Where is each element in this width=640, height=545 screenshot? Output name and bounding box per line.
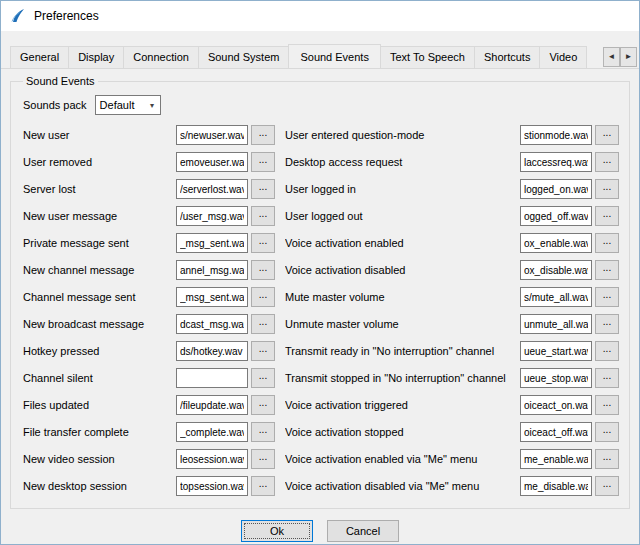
sound-file-input[interactable] — [520, 341, 592, 361]
app-icon — [10, 8, 26, 24]
browse-button[interactable]: ... — [595, 125, 619, 145]
sound-event-label: Voice activation disabled via "Me" menu — [285, 480, 520, 492]
sound-events-left-column: New user ... User removed ... Server los… — [23, 125, 275, 496]
sound-file-input[interactable] — [176, 314, 248, 334]
sound-file-input[interactable] — [176, 395, 248, 415]
sound-events-columns: New user ... User removed ... Server los… — [23, 125, 619, 496]
browse-button[interactable]: ... — [595, 287, 619, 307]
sound-file-input[interactable] — [176, 341, 248, 361]
browse-button[interactable]: ... — [595, 260, 619, 280]
sound-file-input[interactable] — [176, 422, 248, 442]
sound-file-input[interactable] — [176, 449, 248, 469]
browse-button[interactable]: ... — [595, 476, 619, 496]
browse-button[interactable]: ... — [251, 125, 275, 145]
row-new-channel-message: New channel message ... — [23, 260, 275, 280]
tab-video[interactable]: Video — [539, 46, 587, 68]
row-file-transfer-complete: File transfer complete ... — [23, 422, 275, 442]
tab-scroll-left-button[interactable]: ◄ — [603, 47, 620, 67]
sound-file-input[interactable] — [520, 152, 592, 172]
browse-button[interactable]: ... — [251, 368, 275, 388]
sound-file-input[interactable] — [520, 476, 592, 496]
sound-file-input[interactable] — [520, 206, 592, 226]
browse-button[interactable]: ... — [251, 341, 275, 361]
browse-button[interactable]: ... — [595, 233, 619, 253]
sound-file-input[interactable] — [520, 179, 592, 199]
sound-file-input[interactable] — [520, 395, 592, 415]
sound-file-input[interactable] — [176, 260, 248, 280]
row-channel-message-sent: Channel message sent ... — [23, 287, 275, 307]
browse-button[interactable]: ... — [251, 206, 275, 226]
sound-file-input[interactable] — [176, 476, 248, 496]
browse-button[interactable]: ... — [251, 314, 275, 334]
browse-button[interactable]: ... — [251, 476, 275, 496]
sound-event-label: Server lost — [23, 183, 176, 195]
row-server-lost: Server lost ... — [23, 179, 275, 199]
browse-button[interactable]: ... — [251, 179, 275, 199]
sound-event-label: Mute master volume — [285, 291, 520, 303]
browse-button[interactable]: ... — [595, 422, 619, 442]
row-desktop-access-request: Desktop access request ... — [285, 152, 619, 172]
row-new-broadcast-message: New broadcast message ... — [23, 314, 275, 334]
sound-file-input[interactable] — [520, 314, 592, 334]
sound-file-input[interactable] — [520, 260, 592, 280]
preferences-window: Preferences General Display Connection S… — [0, 0, 640, 545]
sound-file-input[interactable] — [176, 287, 248, 307]
sounds-pack-select[interactable]: Default ▾ — [95, 95, 161, 115]
sound-file-input[interactable] — [520, 287, 592, 307]
sound-event-label: Transmit ready in "No interruption" chan… — [285, 345, 520, 357]
sound-file-input[interactable] — [176, 233, 248, 253]
tab-scroll-right-button[interactable]: ► — [620, 47, 637, 67]
sound-events-right-column: User entered question-mode ... Desktop a… — [285, 125, 619, 496]
sound-file-input[interactable] — [176, 179, 248, 199]
tab-general[interactable]: General — [10, 46, 69, 68]
row-voice-activation-stopped: Voice activation stopped ... — [285, 422, 619, 442]
sound-file-input[interactable] — [176, 152, 248, 172]
tab-text-to-speech[interactable]: Text To Speech — [380, 46, 475, 68]
browse-button[interactable]: ... — [595, 179, 619, 199]
sound-event-label: User logged in — [285, 183, 520, 195]
sound-event-label: New desktop session — [23, 480, 176, 492]
row-user-logged-out: User logged out ... — [285, 206, 619, 226]
dialog-footer: Ok Cancel — [1, 509, 639, 542]
tab-sound-events[interactable]: Sound Events — [288, 44, 381, 69]
tab-display[interactable]: Display — [68, 46, 124, 68]
browse-button[interactable]: ... — [595, 449, 619, 469]
sound-event-label: Channel message sent — [23, 291, 176, 303]
sound-file-input[interactable] — [176, 368, 248, 388]
tab-connection[interactable]: Connection — [123, 46, 199, 68]
sound-event-label: New channel message — [23, 264, 176, 276]
browse-button[interactable]: ... — [251, 449, 275, 469]
row-channel-silent: Channel silent ... — [23, 368, 275, 388]
browse-button[interactable]: ... — [595, 206, 619, 226]
browse-button[interactable]: ... — [251, 233, 275, 253]
sound-event-label: Voice activation triggered — [285, 399, 520, 411]
sound-file-input[interactable] — [176, 206, 248, 226]
sound-event-label: Unmute master volume — [285, 318, 520, 330]
browse-button[interactable]: ... — [595, 341, 619, 361]
sound-file-input[interactable] — [520, 125, 592, 145]
sound-file-input[interactable] — [520, 368, 592, 388]
browse-button[interactable]: ... — [251, 287, 275, 307]
ok-button[interactable]: Ok — [241, 520, 313, 542]
sound-file-input[interactable] — [520, 449, 592, 469]
browse-button[interactable]: ... — [595, 368, 619, 388]
sound-file-input[interactable] — [520, 233, 592, 253]
browse-button[interactable]: ... — [595, 395, 619, 415]
browse-button[interactable]: ... — [595, 314, 619, 334]
tab-shortcuts[interactable]: Shortcuts — [474, 46, 540, 68]
sound-event-label: Voice activation stopped — [285, 426, 520, 438]
cancel-button[interactable]: Cancel — [327, 520, 399, 542]
browse-button[interactable]: ... — [251, 260, 275, 280]
sound-event-label: New user — [23, 129, 176, 141]
tab-sound-system[interactable]: Sound System — [198, 46, 290, 68]
browse-button[interactable]: ... — [595, 152, 619, 172]
sound-event-label: User entered question-mode — [285, 129, 520, 141]
sound-event-label: Voice activation enabled via "Me" menu — [285, 453, 520, 465]
sound-file-input[interactable] — [520, 422, 592, 442]
browse-button[interactable]: ... — [251, 422, 275, 442]
row-voice-activation-disabled: Voice activation disabled ... — [285, 260, 619, 280]
browse-button[interactable]: ... — [251, 395, 275, 415]
sound-file-input[interactable] — [176, 125, 248, 145]
browse-button[interactable]: ... — [251, 152, 275, 172]
row-new-desktop-session: New desktop session ... — [23, 476, 275, 496]
